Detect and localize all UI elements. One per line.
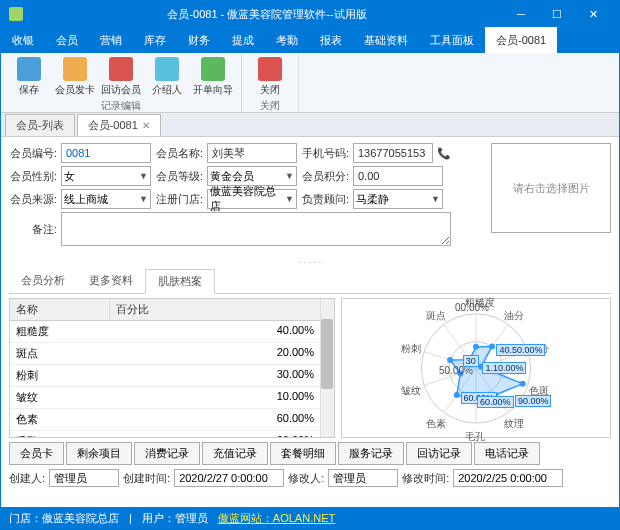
bottom-tab[interactable]: 套餐明细: [270, 442, 336, 465]
table-row[interactable]: 皱纹10.00%: [10, 387, 334, 409]
menu-item[interactable]: 财务: [177, 27, 221, 53]
document-tab[interactable]: 会员-0081✕: [77, 114, 161, 136]
bottom-tab[interactable]: 剩余项目: [66, 442, 132, 465]
table-row[interactable]: 斑点20.00%: [10, 343, 334, 365]
ribbon-button[interactable]: 介绍人: [147, 57, 187, 97]
label-advisor: 负责顾问:: [301, 192, 349, 207]
col-pct[interactable]: 百分比: [110, 299, 334, 320]
select-source[interactable]: 线上商城▼: [61, 189, 151, 209]
window-buttons: ─ ☐ ✕: [503, 1, 611, 27]
inner-tabs: 会员分析更多资料肌肤档案: [9, 269, 611, 294]
radar-chart: 粗糙度油分水分色斑纹理毛孔色素皱纹粉刺斑点50.00%00.00% 40.50.…: [341, 298, 611, 438]
menu-item[interactable]: 收银: [1, 27, 45, 53]
input-member-no[interactable]: [61, 143, 151, 163]
svg-rect-2: [109, 57, 133, 81]
inner-tab[interactable]: 会员分析: [9, 269, 77, 293]
radar-data-tip: 90.00%: [515, 395, 552, 407]
member-photo[interactable]: 请右击选择图片: [491, 143, 611, 233]
svg-rect-4: [201, 57, 225, 81]
select-reg-store[interactable]: 傲蓝美容院总店▼: [207, 189, 297, 209]
table-row[interactable]: 粗糙度40.00%: [10, 321, 334, 343]
radar-data-tip: 1.10.00%: [482, 362, 526, 374]
val-creator: 管理员: [49, 469, 119, 487]
ribbon-group-title: 记录编辑: [101, 99, 141, 113]
ribbon-button[interactable]: 保存: [9, 57, 49, 97]
ribbon-button[interactable]: 回访会员: [101, 57, 141, 97]
svg-point-20: [489, 343, 495, 349]
close-button[interactable]: ✕: [575, 1, 611, 27]
skin-table: 名称 百分比 粗糙度40.00%斑点20.00%粉刺30.00%皱纹10.00%…: [9, 298, 335, 438]
menu-item[interactable]: 营销: [89, 27, 133, 53]
table-scrollbar[interactable]: [320, 299, 334, 437]
table-row[interactable]: 粉刺30.00%: [10, 365, 334, 387]
label-member-no: 会员编号:: [9, 146, 57, 161]
radar-data-tip: 30: [463, 355, 479, 367]
label-reg-store: 注册门店:: [155, 192, 203, 207]
table-row[interactable]: 色素60.00%: [10, 409, 334, 431]
window-title: 会员-0081 - 傲蓝美容院管理软件--试用版: [31, 7, 503, 22]
menu-item[interactable]: 报表: [309, 27, 353, 53]
document-tabs: 会员-列表会员-0081✕: [1, 113, 619, 137]
radar-axis-label: 色素: [426, 417, 446, 431]
val-ctime: 2020/2/27 0:00:00: [174, 469, 284, 487]
tab-close-icon[interactable]: ✕: [142, 120, 150, 131]
status-user: 用户：管理员: [142, 511, 208, 526]
svg-point-22: [520, 381, 526, 387]
bottom-tab[interactable]: 充值记录: [202, 442, 268, 465]
select-advisor[interactable]: 马柔静▼: [353, 189, 443, 209]
document-tab[interactable]: 会员-列表: [5, 114, 75, 136]
collapse-handle[interactable]: · · · · ·: [1, 255, 619, 269]
inner-tab[interactable]: 肌肤档案: [145, 269, 215, 294]
label-mtime: 修改时间:: [402, 471, 449, 486]
col-name[interactable]: 名称: [10, 299, 110, 320]
status-link[interactable]: 傲蓝网站：AOLAN.NET: [218, 511, 335, 526]
radar-axis-label: 毛孔: [465, 430, 485, 444]
menu-item[interactable]: 库存: [133, 27, 177, 53]
radar-data-tip: 40.50.00%: [496, 344, 545, 356]
bottom-tab[interactable]: 回访记录: [406, 442, 472, 465]
status-store: 门店：傲蓝美容院总店: [9, 511, 119, 526]
member-form: 会员编号: 会员名称: 手机号码: 📞 会员性别: 女▼ 会员等级: 黄金会员▼…: [1, 137, 619, 255]
radar-axis-label: 粉刺: [401, 342, 421, 356]
minimize-button[interactable]: ─: [503, 1, 539, 27]
select-level[interactable]: 黄金会员▼: [207, 166, 297, 186]
svg-point-25: [454, 392, 460, 398]
label-level: 会员等级:: [155, 169, 203, 184]
svg-rect-3: [155, 57, 179, 81]
svg-rect-5: [258, 57, 282, 81]
label-phone: 手机号码:: [301, 146, 349, 161]
ribbon-button[interactable]: 关闭: [250, 57, 290, 97]
table-row[interactable]: 毛孔60.00%: [10, 431, 334, 437]
select-gender[interactable]: 女▼: [61, 166, 151, 186]
input-remark[interactable]: [61, 212, 451, 246]
val-modifier: 管理员: [328, 469, 398, 487]
menu-item[interactable]: 工具面板: [419, 27, 485, 53]
input-phone[interactable]: [353, 143, 433, 163]
radar-axis-label: 纹理: [504, 417, 524, 431]
bottom-tab[interactable]: 电话记录: [474, 442, 540, 465]
record-meta: 创建人: 管理员 创建时间: 2020/2/27 0:00:00 修改人: 管理…: [9, 469, 611, 487]
val-mtime: 2020/2/25 0:00:00: [453, 469, 563, 487]
input-member-name[interactable]: [207, 143, 297, 163]
ribbon-button[interactable]: 开单向导: [193, 57, 233, 97]
radar-axis-label: 油分: [504, 309, 524, 323]
label-remark: 备注:: [9, 222, 57, 237]
menu-item[interactable]: 基础资料: [353, 27, 419, 53]
bottom-tabs: 会员卡剩余项目消费记录充值记录套餐明细服务记录回访记录电话记录: [9, 442, 611, 465]
input-points[interactable]: [353, 166, 443, 186]
bottom-tab[interactable]: 消费记录: [134, 442, 200, 465]
bottom-tab[interactable]: 服务记录: [338, 442, 404, 465]
menu-item[interactable]: 考勤: [265, 27, 309, 53]
menu-item[interactable]: 提成: [221, 27, 265, 53]
inner-tab[interactable]: 更多资料: [77, 269, 145, 293]
maximize-button[interactable]: ☐: [539, 1, 575, 27]
radar-data-tip: 60.00%: [477, 396, 514, 408]
phone-icon[interactable]: 📞: [437, 147, 451, 160]
bottom-tab[interactable]: 会员卡: [9, 442, 64, 465]
ribbon-group-title: 关闭: [260, 99, 280, 113]
ribbon-button[interactable]: 会员发卡: [55, 57, 95, 97]
menu-item[interactable]: 会员-0081: [485, 27, 557, 53]
svg-point-19: [473, 344, 479, 350]
label-points: 会员积分:: [301, 169, 349, 184]
menu-item[interactable]: 会员: [45, 27, 89, 53]
